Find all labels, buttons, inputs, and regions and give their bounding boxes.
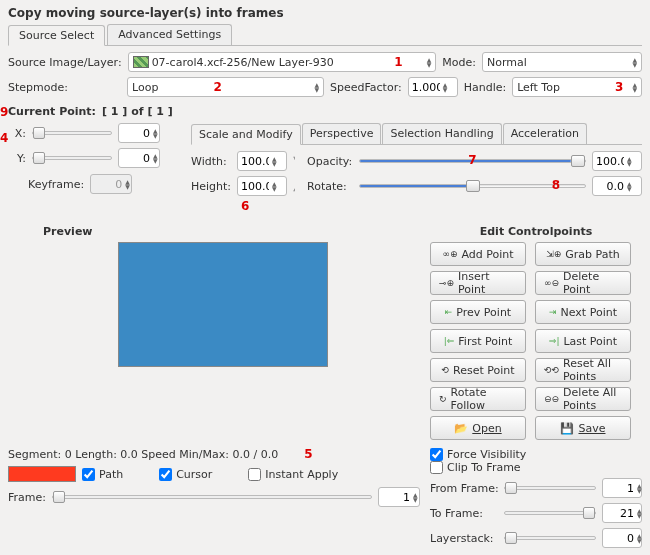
combo-arrows-icon: ▲▼	[632, 82, 637, 92]
x-spinner[interactable]: ▲▼	[118, 123, 160, 143]
to-frame-spinner[interactable]: ▲▼	[602, 503, 642, 523]
main-tabs: Source Select Advanced Settings	[8, 24, 642, 46]
last-point-button[interactable]: ⇒|Last Point	[535, 329, 631, 353]
rotate-follow-icon: ↻	[439, 394, 447, 404]
tab-acceleration[interactable]: Acceleration	[503, 123, 587, 144]
from-frame-value[interactable]	[606, 480, 634, 496]
force-visibility-checkbox[interactable]: Force Visibility	[430, 448, 642, 461]
combo-arrows-icon: ▲▼	[427, 57, 432, 67]
add-point-button[interactable]: ∞⊕Add Point	[430, 242, 526, 266]
from-frame-slider[interactable]	[504, 486, 596, 490]
next-icon: ⇥	[549, 307, 557, 317]
chain-icon[interactable]: ˼	[293, 180, 301, 193]
stepmode-value: Loop	[132, 81, 158, 94]
to-frame-slider[interactable]	[504, 511, 596, 515]
width-input[interactable]	[241, 153, 269, 169]
speedfactor-label: SpeedFactor:	[330, 81, 402, 94]
annotation-6: 6	[241, 199, 249, 213]
tab-scale-modify[interactable]: Scale and Modify	[191, 124, 301, 145]
mode-value: Normal	[487, 56, 527, 69]
opacity-label: Opacity:	[307, 155, 353, 168]
next-point-button[interactable]: ⇥Next Point	[535, 300, 631, 324]
save-button[interactable]: 💾Save	[535, 416, 631, 440]
layerstack-slider[interactable]	[504, 536, 596, 540]
annotation-7: 7	[468, 153, 476, 167]
grab-path-button[interactable]: ⇲⊕Grab Path	[535, 242, 631, 266]
opacity-spinner[interactable]: ▲▼	[592, 151, 642, 171]
delete-point-button[interactable]: ∞⊖Delete Point	[535, 271, 631, 295]
rotate-input[interactable]	[596, 178, 624, 194]
preview-label: Preview	[43, 225, 420, 238]
current-point-label: Current Point:	[8, 105, 96, 118]
from-frame-label: From Frame:	[430, 482, 498, 495]
y-spinner[interactable]: ▲▼	[118, 148, 160, 168]
height-input[interactable]	[241, 178, 269, 194]
rotate-label: Rotate:	[307, 180, 353, 193]
frame-slider[interactable]	[52, 495, 372, 499]
reset-point-button[interactable]: ⟲Reset Point	[430, 358, 526, 382]
open-button[interactable]: 📂Open	[430, 416, 526, 440]
first-point-button[interactable]: |⇐First Point	[430, 329, 526, 353]
prev-point-button[interactable]: ⇤Prev Point	[430, 300, 526, 324]
annotation-1: 1	[394, 55, 402, 69]
delete-all-icon: ⊖⊖	[544, 394, 559, 404]
preview-canvas[interactable]	[118, 242, 328, 367]
reset-all-icon: ⟲⟲	[544, 365, 559, 375]
prev-icon: ⇤	[445, 307, 453, 317]
insert-icon: ⊸⊕	[439, 278, 454, 288]
grab-icon: ⇲⊕	[546, 249, 561, 259]
annotation-8: 8	[552, 178, 560, 192]
handle-combo[interactable]: Left Top 3 ▲▼	[512, 77, 642, 97]
reset-all-button[interactable]: ⟲⟲Reset All Points	[535, 358, 631, 382]
from-frame-spinner[interactable]: ▲▼	[602, 478, 642, 498]
rotate-spinner[interactable]: ▲▼	[592, 176, 642, 196]
opacity-input[interactable]	[596, 153, 624, 169]
frame-value[interactable]	[382, 489, 410, 505]
source-image-combo[interactable]: 07-carol4.xcf-256/New Layer-930 1 ▲▼	[128, 52, 437, 72]
layerstack-value[interactable]	[606, 530, 634, 546]
to-frame-value[interactable]	[606, 505, 634, 521]
speedfactor-input[interactable]	[412, 79, 440, 95]
source-image-value: 07-carol4.xcf-256/New Layer-930	[152, 56, 334, 69]
opacity-slider[interactable]: 7	[359, 159, 586, 163]
annotation-2: 2	[213, 80, 221, 94]
source-image-label: Source Image/Layer:	[8, 56, 122, 69]
insert-point-button[interactable]: ⊸⊕Insert Point	[430, 271, 526, 295]
y-slider[interactable]	[32, 156, 112, 160]
width-spinner[interactable]: ▲▼	[237, 151, 287, 171]
y-input[interactable]	[122, 150, 150, 166]
current-point-value: [ 1 ] of [ 1 ]	[102, 105, 173, 118]
instant-apply-checkbox[interactable]: Instant Apply	[248, 468, 338, 481]
annotation-4: 4	[0, 131, 8, 145]
mode-combo[interactable]: Normal ▲▼	[482, 52, 642, 72]
path-checkbox[interactable]: Path	[82, 468, 123, 481]
last-icon: ⇒|	[549, 336, 560, 346]
chain-icon[interactable]: ˺	[293, 155, 301, 168]
tab-advanced-settings[interactable]: Advanced Settings	[107, 24, 232, 45]
stepmode-label: Stepmode:	[8, 81, 121, 94]
delete-all-button[interactable]: ⊖⊖Delete All Points	[535, 387, 631, 411]
cursor-checkbox[interactable]: Cursor	[159, 468, 212, 481]
x-slider[interactable]	[32, 131, 112, 135]
frame-spinner[interactable]: ▲▼	[378, 487, 420, 507]
annotation-3: 3	[615, 80, 623, 94]
keyframe-label: Keyframe:	[28, 178, 84, 191]
frame-label: Frame:	[8, 491, 46, 504]
rotate-follow-button[interactable]: ↻Rotate Follow	[430, 387, 526, 411]
tab-source-select[interactable]: Source Select	[8, 25, 105, 46]
delete-icon: ∞⊖	[544, 278, 559, 288]
stepmode-combo[interactable]: Loop 2 ▲▼	[127, 77, 324, 97]
rotate-slider[interactable]: 8	[359, 184, 586, 188]
path-color-swatch[interactable]	[8, 466, 76, 482]
tab-selection-handling[interactable]: Selection Handling	[382, 123, 501, 144]
layerstack-spinner[interactable]: ▲▼	[602, 528, 642, 548]
x-input[interactable]	[122, 125, 150, 141]
to-frame-label: To Frame:	[430, 507, 498, 520]
edit-controlpoints-label: Edit Controlpoints	[430, 225, 642, 238]
height-spinner[interactable]: ▲▼	[237, 176, 287, 196]
speedfactor-spinner[interactable]: ▲▼	[408, 77, 458, 97]
clip-to-frame-checkbox[interactable]: Clip To Frame	[430, 461, 642, 474]
window-title: Copy moving source-layer(s) into frames	[8, 6, 642, 20]
tab-perspective[interactable]: Perspective	[302, 123, 382, 144]
handle-value: Left Top	[517, 81, 560, 94]
